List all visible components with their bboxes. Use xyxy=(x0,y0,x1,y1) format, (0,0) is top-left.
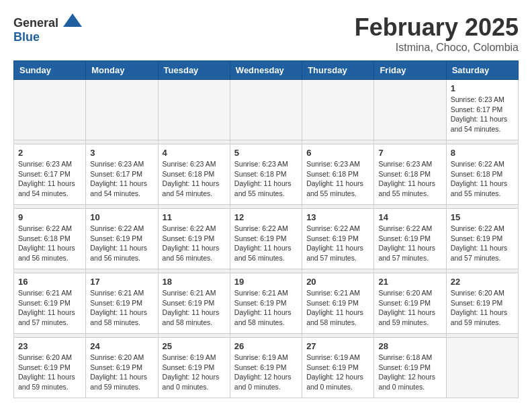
day-info: Sunrise: 6:22 AMSunset: 6:18 PMDaylight:… xyxy=(451,159,514,199)
day-info: Sunrise: 6:22 AMSunset: 6:19 PMDaylight:… xyxy=(378,224,441,263)
day-info: Sunrise: 6:22 AMSunset: 6:19 PMDaylight:… xyxy=(163,224,226,263)
day-number: 27 xyxy=(306,341,369,351)
day-number: 26 xyxy=(234,341,298,351)
logo: General Blue xyxy=(13,13,82,44)
day-info: Sunrise: 6:18 AMSunset: 6:19 PMDaylight:… xyxy=(378,353,441,392)
calendar-day-cell: 19Sunrise: 6:21 AMSunset: 6:19 PMDayligh… xyxy=(230,273,302,334)
day-info: Sunrise: 6:21 AMSunset: 6:19 PMDaylight:… xyxy=(306,288,369,328)
day-info: Sunrise: 6:22 AMSunset: 6:19 PMDaylight:… xyxy=(90,224,153,263)
calendar-day-cell xyxy=(158,80,230,140)
calendar-day-cell: 22Sunrise: 6:20 AMSunset: 6:19 PMDayligh… xyxy=(446,273,518,334)
day-info: Sunrise: 6:20 AMSunset: 6:19 PMDaylight:… xyxy=(18,353,81,392)
day-number: 5 xyxy=(234,148,298,158)
title-block: February 2025 Istmina, Choco, Colombia xyxy=(355,13,519,54)
calendar-day-cell: 4Sunrise: 6:23 AMSunset: 6:18 PMDaylight… xyxy=(158,144,230,205)
day-info: Sunrise: 6:23 AMSunset: 6:17 PMDaylight:… xyxy=(18,159,81,199)
day-info: Sunrise: 6:22 AMSunset: 6:19 PMDaylight:… xyxy=(306,224,369,263)
logo-text: General Blue xyxy=(13,13,82,44)
calendar-day-cell: 28Sunrise: 6:18 AMSunset: 6:19 PMDayligh… xyxy=(374,338,446,398)
calendar-day-cell: 17Sunrise: 6:21 AMSunset: 6:19 PMDayligh… xyxy=(86,273,158,334)
day-number: 23 xyxy=(18,341,81,351)
day-info: Sunrise: 6:19 AMSunset: 6:19 PMDaylight:… xyxy=(163,353,226,392)
day-number: 21 xyxy=(378,277,441,287)
day-info: Sunrise: 6:20 AMSunset: 6:19 PMDaylight:… xyxy=(451,288,514,328)
day-info: Sunrise: 6:23 AMSunset: 6:17 PMDaylight:… xyxy=(90,159,153,199)
calendar-day-cell: 2Sunrise: 6:23 AMSunset: 6:17 PMDaylight… xyxy=(14,144,86,205)
weekday-header-saturday: Saturday xyxy=(446,61,518,80)
day-number: 17 xyxy=(90,277,153,287)
day-number: 24 xyxy=(90,341,153,351)
calendar-day-cell xyxy=(230,80,302,140)
day-number: 4 xyxy=(163,148,226,158)
day-info: Sunrise: 6:22 AMSunset: 6:19 PMDaylight:… xyxy=(234,224,298,263)
weekday-header-friday: Friday xyxy=(374,61,446,80)
calendar-day-cell: 16Sunrise: 6:21 AMSunset: 6:19 PMDayligh… xyxy=(14,273,86,334)
day-number: 25 xyxy=(163,341,226,351)
calendar-week-row: 23Sunrise: 6:20 AMSunset: 6:19 PMDayligh… xyxy=(14,338,519,398)
day-info: Sunrise: 6:23 AMSunset: 6:18 PMDaylight:… xyxy=(163,159,226,199)
day-info: Sunrise: 6:21 AMSunset: 6:19 PMDaylight:… xyxy=(234,288,298,328)
weekday-header-thursday: Thursday xyxy=(302,61,374,80)
day-info: Sunrise: 6:23 AMSunset: 6:17 PMDaylight:… xyxy=(451,95,514,134)
day-number: 20 xyxy=(306,277,369,287)
calendar-day-cell: 8Sunrise: 6:22 AMSunset: 6:18 PMDaylight… xyxy=(446,144,518,205)
page-header: General Blue February 2025 Istmina, Choc… xyxy=(13,13,519,54)
calendar-day-cell xyxy=(374,80,446,140)
calendar-week-row: 9Sunrise: 6:22 AMSunset: 6:18 PMDaylight… xyxy=(14,209,519,269)
calendar-day-cell: 11Sunrise: 6:22 AMSunset: 6:19 PMDayligh… xyxy=(158,209,230,269)
day-info: Sunrise: 6:19 AMSunset: 6:19 PMDaylight:… xyxy=(306,353,369,392)
day-info: Sunrise: 6:22 AMSunset: 6:19 PMDaylight:… xyxy=(451,224,514,263)
day-number: 28 xyxy=(378,341,441,351)
day-info: Sunrise: 6:20 AMSunset: 6:19 PMDaylight:… xyxy=(378,288,441,328)
calendar-day-cell: 13Sunrise: 6:22 AMSunset: 6:19 PMDayligh… xyxy=(302,209,374,269)
calendar-table: SundayMondayTuesdayWednesdayThursdayFrid… xyxy=(13,60,519,398)
logo-blue: Blue xyxy=(13,30,40,44)
day-number: 11 xyxy=(163,212,226,222)
calendar-day-cell: 7Sunrise: 6:23 AMSunset: 6:18 PMDaylight… xyxy=(374,144,446,205)
day-number: 10 xyxy=(90,212,153,222)
calendar-week-row: 16Sunrise: 6:21 AMSunset: 6:19 PMDayligh… xyxy=(14,273,519,334)
weekday-header-monday: Monday xyxy=(86,61,158,80)
day-number: 22 xyxy=(451,277,514,287)
day-number: 15 xyxy=(451,212,514,222)
calendar-day-cell: 6Sunrise: 6:23 AMSunset: 6:18 PMDaylight… xyxy=(302,144,374,205)
weekday-header-wednesday: Wednesday xyxy=(230,61,302,80)
weekday-header-tuesday: Tuesday xyxy=(158,61,230,80)
logo-icon xyxy=(63,13,82,27)
day-info: Sunrise: 6:23 AMSunset: 6:18 PMDaylight:… xyxy=(378,159,441,199)
calendar-day-cell: 18Sunrise: 6:21 AMSunset: 6:19 PMDayligh… xyxy=(158,273,230,334)
svg-marker-0 xyxy=(63,13,82,27)
calendar-day-cell: 5Sunrise: 6:23 AMSunset: 6:18 PMDaylight… xyxy=(230,144,302,205)
calendar-day-cell: 14Sunrise: 6:22 AMSunset: 6:19 PMDayligh… xyxy=(374,209,446,269)
day-number: 9 xyxy=(18,212,81,222)
weekday-header-row: SundayMondayTuesdayWednesdayThursdayFrid… xyxy=(14,61,519,80)
day-number: 2 xyxy=(18,148,81,158)
day-number: 19 xyxy=(234,277,298,287)
calendar-day-cell: 3Sunrise: 6:23 AMSunset: 6:17 PMDaylight… xyxy=(86,144,158,205)
day-number: 14 xyxy=(378,212,441,222)
calendar-week-row: 2Sunrise: 6:23 AMSunset: 6:17 PMDaylight… xyxy=(14,144,519,205)
weekday-header-sunday: Sunday xyxy=(14,61,86,80)
calendar-day-cell: 25Sunrise: 6:19 AMSunset: 6:19 PMDayligh… xyxy=(158,338,230,398)
calendar-subtitle: Istmina, Choco, Colombia xyxy=(355,42,519,54)
calendar-day-cell: 24Sunrise: 6:20 AMSunset: 6:19 PMDayligh… xyxy=(86,338,158,398)
calendar-day-cell xyxy=(446,338,518,398)
calendar-day-cell: 26Sunrise: 6:19 AMSunset: 6:19 PMDayligh… xyxy=(230,338,302,398)
day-number: 12 xyxy=(234,212,298,222)
day-number: 18 xyxy=(163,277,226,287)
calendar-day-cell: 21Sunrise: 6:20 AMSunset: 6:19 PMDayligh… xyxy=(374,273,446,334)
day-number: 7 xyxy=(378,148,441,158)
calendar-day-cell: 15Sunrise: 6:22 AMSunset: 6:19 PMDayligh… xyxy=(446,209,518,269)
day-info: Sunrise: 6:22 AMSunset: 6:18 PMDaylight:… xyxy=(18,224,81,263)
day-number: 16 xyxy=(18,277,81,287)
calendar-day-cell xyxy=(86,80,158,140)
calendar-day-cell: 27Sunrise: 6:19 AMSunset: 6:19 PMDayligh… xyxy=(302,338,374,398)
calendar-day-cell: 12Sunrise: 6:22 AMSunset: 6:19 PMDayligh… xyxy=(230,209,302,269)
day-number: 8 xyxy=(451,148,514,158)
calendar-day-cell xyxy=(14,80,86,140)
day-info: Sunrise: 6:21 AMSunset: 6:19 PMDaylight:… xyxy=(18,288,81,328)
day-info: Sunrise: 6:21 AMSunset: 6:19 PMDaylight:… xyxy=(90,288,153,328)
calendar-day-cell: 1Sunrise: 6:23 AMSunset: 6:17 PMDaylight… xyxy=(446,80,518,140)
day-info: Sunrise: 6:21 AMSunset: 6:19 PMDaylight:… xyxy=(163,288,226,328)
day-info: Sunrise: 6:23 AMSunset: 6:18 PMDaylight:… xyxy=(306,159,369,199)
